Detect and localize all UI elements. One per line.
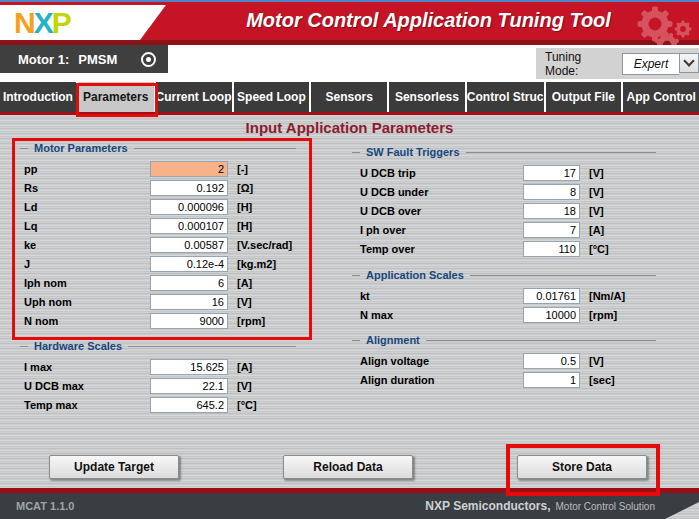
- param-row-align-duration: Align duration [sec]: [352, 372, 656, 388]
- param-row-u-dcb-max: U DCB max [V]: [20, 378, 296, 394]
- legend-dash: [20, 346, 28, 347]
- ke-label: ke: [24, 239, 150, 251]
- motor-select-bar: Motor 1: PMSM Tuning Mode: Expert: [0, 45, 699, 82]
- u-dcb-trip-input[interactable]: [523, 165, 580, 181]
- param-row-pp: pp [-]: [20, 161, 296, 177]
- u-dcb-trip-label: U DCB trip: [360, 167, 523, 179]
- temp-over-unit: [°C]: [580, 243, 656, 255]
- param-row-ld: Ld [H]: [20, 199, 296, 215]
- motor-label: Motor 1:: [18, 52, 69, 67]
- legend-line: [128, 346, 296, 347]
- tab-introduction[interactable]: Introduction: [0, 82, 78, 112]
- tab-app-control[interactable]: App Control: [623, 82, 699, 112]
- rs-input[interactable]: [150, 180, 228, 196]
- param-row-ke: ke [V.sec/rad]: [20, 237, 296, 253]
- mcat-window: NXP Motor Control Application Tuning Too…: [0, 0, 699, 519]
- kt-input[interactable]: [523, 288, 580, 304]
- motor-type: PMSM: [78, 52, 117, 67]
- i-ph-over-label: I ph over: [360, 224, 523, 236]
- n-max-input[interactable]: [523, 307, 580, 323]
- app-header: NXP Motor Control Application Tuning Too…: [0, 2, 699, 45]
- lq-label: Lq: [24, 220, 150, 232]
- param-row-lq: Lq [H]: [20, 218, 296, 234]
- update-target-button[interactable]: Update Target: [49, 455, 179, 479]
- param-row-iph-nom: Iph nom [A]: [20, 275, 296, 291]
- u-dcb-max-unit: [V]: [228, 380, 296, 392]
- legend-dash: [352, 152, 360, 153]
- chevron-down-icon: [683, 55, 694, 66]
- i-max-input[interactable]: [150, 359, 228, 375]
- kt-unit: [Nm/A]: [580, 290, 656, 302]
- temp-max-unit: [°C]: [228, 399, 296, 411]
- param-row-temp-over: Temp over [°C]: [352, 241, 656, 257]
- tab-sensorless[interactable]: Sensorless: [389, 82, 467, 112]
- lq-input[interactable]: [150, 218, 228, 234]
- u-dcb-over-label: U DCB over: [360, 205, 523, 217]
- j-label: J: [24, 258, 150, 270]
- param-row-n-max: N max [rpm]: [352, 307, 656, 323]
- group-title-sw-fault-triggers: SW Fault Triggers: [366, 146, 460, 158]
- tab-sensors[interactable]: Sensors: [311, 82, 389, 112]
- ld-unit: [H]: [228, 201, 296, 213]
- j-input[interactable]: [150, 256, 228, 272]
- tab-output-file[interactable]: Output File: [546, 82, 624, 112]
- legend-dash: [352, 275, 360, 276]
- tuning-mode-select[interactable]: Expert: [622, 53, 699, 75]
- ld-input[interactable]: [150, 199, 228, 215]
- u-dcb-under-input[interactable]: [523, 184, 580, 200]
- param-row-i-max: I max [A]: [20, 359, 296, 375]
- radio-icon[interactable]: [141, 52, 156, 67]
- tuning-mode-label: Tuning Mode:: [545, 50, 615, 78]
- u-dcb-max-label: U DCB max: [24, 380, 150, 392]
- u-dcb-over-input[interactable]: [523, 203, 580, 219]
- kt-label: kt: [360, 290, 523, 302]
- i-ph-over-unit: [A]: [580, 224, 656, 236]
- param-row-u-dcb-under: U DCB under [V]: [352, 184, 656, 200]
- tab-parameters[interactable]: Parameters: [78, 82, 156, 112]
- n-max-label: N max: [360, 309, 523, 321]
- align-duration-label: Align duration: [360, 374, 523, 386]
- footer-branding: NXP Semiconductors, Motor Control Soluti…: [425, 493, 655, 519]
- tuning-mode-panel: Tuning Mode: Expert: [536, 48, 699, 79]
- tab-bar: Introduction Parameters Current Loop Spe…: [0, 82, 699, 112]
- tab-current-loop[interactable]: Current Loop: [156, 82, 234, 112]
- param-row-j: J [kg.m2]: [20, 256, 296, 272]
- param-row-u-dcb-trip: U DCB trip [V]: [352, 165, 656, 181]
- pp-input[interactable]: [150, 161, 228, 177]
- param-row-n-nom: N nom [rpm]: [20, 313, 296, 329]
- tabbar-underline: [0, 112, 699, 115]
- legend-dash: [352, 340, 360, 341]
- dropdown-button[interactable]: [679, 53, 699, 73]
- align-voltage-label: Align voltage: [360, 355, 523, 367]
- align-voltage-input[interactable]: [523, 353, 580, 369]
- iph-nom-unit: [A]: [228, 277, 296, 289]
- lq-unit: [H]: [228, 220, 296, 232]
- i-max-unit: [A]: [228, 361, 296, 373]
- gears-icon: [625, 3, 697, 49]
- temp-max-input[interactable]: [150, 397, 228, 413]
- tab-speed-loop[interactable]: Speed Loop: [234, 82, 312, 112]
- ke-input[interactable]: [150, 237, 228, 253]
- group-hardware-scales: Hardware Scales I max [A] U DCB max [V] …: [20, 339, 296, 416]
- i-ph-over-input[interactable]: [523, 222, 580, 238]
- legend-line: [426, 340, 656, 341]
- store-data-button[interactable]: Store Data: [517, 455, 647, 479]
- n-nom-input[interactable]: [150, 313, 228, 329]
- motor-selector[interactable]: Motor 1: PMSM: [0, 45, 168, 73]
- align-duration-input[interactable]: [523, 372, 580, 388]
- page-title: Input Application Parameters: [0, 119, 699, 136]
- u-dcb-max-input[interactable]: [150, 378, 228, 394]
- uph-nom-unit: [V]: [228, 296, 296, 308]
- temp-over-input[interactable]: [523, 241, 580, 257]
- group-motor-parameters: Motor Parameters pp [-] Rs [Ω] Ld [H] Lq…: [20, 141, 296, 332]
- group-title-alignment: Alignment: [366, 334, 420, 346]
- reload-data-button[interactable]: Reload Data: [283, 455, 413, 479]
- n-nom-unit: [rpm]: [228, 315, 296, 327]
- iph-nom-input[interactable]: [150, 275, 228, 291]
- tab-control-struc[interactable]: Control Struc: [467, 82, 546, 112]
- rs-unit: [Ω]: [228, 182, 296, 194]
- uph-nom-label: Uph nom: [24, 296, 150, 308]
- param-row-u-dcb-over: U DCB over [V]: [352, 203, 656, 219]
- uph-nom-input[interactable]: [150, 294, 228, 310]
- param-row-temp-max: Temp max [°C]: [20, 397, 296, 413]
